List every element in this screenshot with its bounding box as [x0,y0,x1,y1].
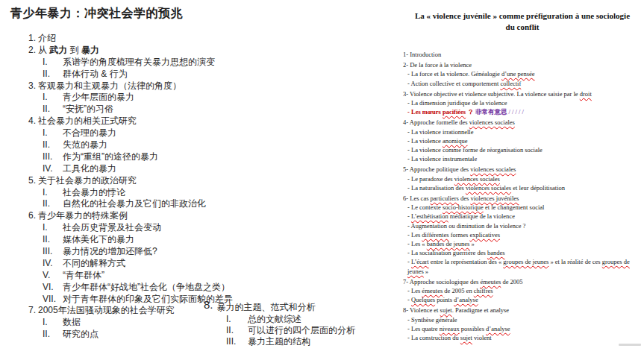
text-segment: d’analyse [454,296,478,303]
french-outline-subline: - Le paradoxe des violences sociales [403,174,642,183]
outline-subitem-label: 群体行动 & 行为 [63,69,128,81]
french-outline-subline: - Les émeutes de 2005 en chiffres [403,286,642,295]
text-segment: bandes de jeunes [427,240,470,247]
french-outline-subline: - Action collective et comportement coll… [403,79,642,88]
text-segment: L’écart [411,258,429,265]
outline-item-number: 1. [28,33,38,45]
outline-subitem-label: 可以进行的四个层面的分析 [248,325,355,336]
outline-subitem-label: 暴力情况的增加还降低? [63,246,157,258]
outline-subitem-number: III. [226,336,248,347]
text-segment: - La violence [407,137,443,145]
outline-subitem-number: II. [43,139,63,151]
item8-label: 暴力的主题、范式和分析 [217,298,316,314]
left-outline-list: 1.介绍2.从 武力 到 暴力I.系谱学的角度梳理有关暴力思想的演变II.群体行… [28,33,357,341]
outline-item-label: 介绍 [38,33,56,45]
text-segment: violences sociales [466,184,511,192]
text-segment: chiffres [474,287,493,294]
outline-item-number: 3. [28,81,38,92]
outline-item: 1.介绍 [28,33,357,45]
text-segment: de 2005 en [443,287,474,294]
text-segment: sujet [460,334,472,341]
outline-subitem: III.暴力主题的结构 [204,336,355,347]
outline-subitem-number: III. [43,246,63,258]
text-segment: - La violence irrationnelle [407,128,474,136]
text-segment: . Paradigme et analyse [452,306,509,314]
text-segment: - Le contexte [407,203,443,211]
text-segment: pacifiées [443,108,466,116]
text-segment: violences sociales [454,175,500,183]
french-outline-subline: - La violence irrationnelle [403,127,642,136]
french-outline-subline: - Les différentes formes explicatives [403,230,642,239]
text-segment: - Les quatre [407,325,440,332]
french-outline-subline: - La violence anomique [403,136,642,145]
text-segment: Quelques [411,296,435,303]
outline-subitem: II.“安抚”的习俗 [28,104,357,116]
outline-subitem-number: I. [43,222,63,234]
outline-subitem-label: 媒体美化下的暴力 [63,234,134,246]
outline-item-label: 社会暴力的相关正式研究 [38,116,137,127]
text-segment: - Les « [407,240,427,247]
outline-subitem: II.群体行动 & 行为 [28,69,357,81]
outline-item: 4.社会暴力的相关正式研究 [28,116,357,127]
outline-subitem-label: 数据 [63,317,81,329]
outline-item-label: 客观暴力和主观暴力（法律的角度） [38,81,181,92]
text-segment: violences juvéniles [470,195,519,202]
text-segment: émeutes [480,278,501,285]
outline-item: 6.青少年暴力的特殊案例 [28,210,357,222]
text-segment: » [469,240,474,247]
french-outline-subline: - La violence instrumentale [403,154,642,163]
outline-subitem-label: 失范的暴力 [63,139,107,151]
outline-subitem-number: IV. [43,258,63,270]
french-outline-subline: - La naturalisation des violences social… [403,183,642,192]
outline-subitem: II.自然化的社会暴力及它们的非政治化 [28,198,357,210]
text-segment: violent [472,334,492,341]
french-outline-subline: - Les quatre niveaux possibles d’analyse [403,324,642,333]
text-segment: / / / / / [507,108,523,116]
text-segment: médiatique de la violence [448,212,515,220]
french-outline-subline: - La socialisation guerrière des bandes [403,248,642,257]
text-segment: émeutes [422,287,443,294]
text-segment: 3- Violence objective et violence subjec… [403,90,580,98]
outline-subitem-label: 不合理的暴力 [63,127,116,139]
french-outline-subline: - La dimension juridique de la violence [403,98,642,107]
text-segment: bandes [487,249,505,256]
outline-item: 3.客观暴力和主观暴力（法律的角度） [28,81,357,92]
outline-item: 2.从 武力 到 暴力 [28,45,357,57]
text-segment: violences sociales [470,165,516,173]
outline-subitem-number: I. [43,127,63,139]
text-segment: points [435,296,454,303]
text-segment: violences sociales [469,119,515,126]
outline-subitem-label: 青少年群体“好战地”社会化（争地盘之类） [63,282,230,294]
french-outline-subline: - Quelques points d’analyse [403,295,642,304]
text-segment: anomique [443,137,468,145]
outline-subitem-number: I. [226,314,248,325]
left-outline-item-8: 8. 暴力的主题、范式和分析 I.总的文献综述II.可以进行的四个层面的分析II… [204,298,355,347]
french-outline-line: 1- Introduction [403,50,642,59]
text-segment: collectif [500,80,521,87]
french-outline-subline: - La construction du sujet violent [403,333,642,342]
text-segment: - La dimension juridique de la violence [407,99,507,107]
outline-subitem: V.“青年群体” [28,270,357,282]
outline-subitem-label: 不同的解释方式 [63,258,125,270]
text-segment: de 2005 [501,278,522,285]
outline-subitem-number: I. [43,317,63,329]
text-segment: formes [449,231,470,239]
outline-item: 5.关于社会暴力的政治研究 [28,175,357,187]
outline-subitem-number: VI. [43,282,63,294]
outline-subitem: I.社会暴力的悖论 [28,187,357,199]
text-segment: - Les mœurs [407,108,443,116]
right-outline-list: 1- Introduction2- De la force à la viole… [403,48,642,342]
text-segment: sujet [440,306,452,314]
outline-item-number: 5. [28,175,38,187]
text-segment: L’esthétisation [411,212,448,220]
text-segment: entre la représentation des « [429,258,504,265]
french-outline-line: 4- Approche formelle des violences socia… [403,118,642,127]
outline-subitem: IV.工具化的暴力 [28,163,357,175]
outline-subitem: VI.青少年群体“好战地”社会化（争地盘之类） [28,282,357,294]
outline-subitem: I.社会历史背景及社会变动 [28,222,357,234]
text-segment: 7- Approche sociologique des [403,278,480,285]
french-outline-subline: - L’écart entre la représentation des « … [403,257,642,275]
text-segment: 6- Les cas [403,195,431,202]
text-segment: - La naturalisation des [407,184,466,192]
french-outline-line: 2- De la force à la violence [403,60,642,69]
